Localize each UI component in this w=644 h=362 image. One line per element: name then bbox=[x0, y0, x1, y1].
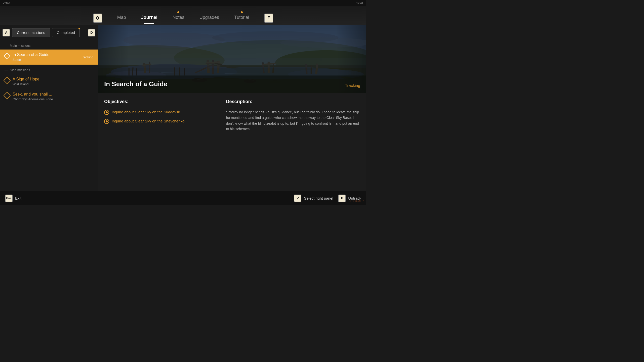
mission-info-seek-and-find: Seek, and you shall ... Chornobyl Anomal… bbox=[13, 92, 93, 101]
objective-icon-2 bbox=[104, 119, 109, 124]
svg-rect-17 bbox=[136, 68, 137, 75]
objective-icon-1 bbox=[104, 110, 109, 115]
exit-key[interactable]: Esc bbox=[5, 195, 13, 202]
tracking-overlay: Tracking bbox=[345, 83, 360, 88]
mission-title-sign-of-hope: A Sign of Hope bbox=[13, 77, 93, 81]
objective-item-1: Inquire about Clear Sky on the Skadovsk bbox=[104, 109, 216, 115]
mission-title-banner: In Search of a Guide bbox=[104, 80, 167, 88]
objectives-header: Objectives: bbox=[104, 99, 216, 104]
mission-title-seek-and-find: Seek, and you shall ... bbox=[13, 92, 93, 97]
objective-text-2: Inquire about Clear Sky on the Shevchenk… bbox=[112, 118, 184, 124]
description-col: Description: Shterev no longer needs Fau… bbox=[226, 99, 360, 132]
watermark: TESGAMER bbox=[348, 200, 364, 203]
bottom-bar: Esc Exit V Select right panel F Untrack bbox=[0, 191, 366, 205]
left-panel: A Current missions Completed D Main miss… bbox=[0, 25, 98, 191]
mission-icon-side-1 bbox=[4, 77, 11, 84]
nav-key-e[interactable]: E bbox=[264, 14, 273, 23]
top-nav-bar: Q Map Journal Notes Upgrades Tutorial E bbox=[0, 6, 366, 25]
section-main-missions: Main missions bbox=[0, 40, 98, 50]
section-side-missions: Side missions bbox=[0, 65, 98, 74]
nav-item-notes[interactable]: Notes bbox=[173, 15, 184, 21]
description-header: Description: bbox=[226, 99, 360, 104]
tracking-label-in-search: Tracking bbox=[81, 55, 93, 59]
select-right-panel-action: V Select right panel bbox=[294, 195, 333, 202]
tutorial-dot bbox=[241, 11, 243, 13]
nav-key-q[interactable]: Q bbox=[93, 14, 102, 23]
select-right-panel-label: Select right panel bbox=[304, 196, 333, 200]
nav-item-map[interactable]: Map bbox=[117, 15, 126, 21]
system-bar: Zaton 12:44 bbox=[0, 0, 366, 6]
mission-icon-active bbox=[4, 53, 11, 60]
mission-sub-sign-of-hope: Wild Island bbox=[13, 82, 93, 86]
completed-dot bbox=[78, 28, 80, 29]
exit-label: Exit bbox=[15, 196, 21, 200]
svg-rect-19 bbox=[179, 67, 180, 75]
nav-item-upgrades[interactable]: Upgrades bbox=[199, 15, 219, 21]
mission-item-in-search[interactable]: In Search of a Guide Zaton Tracking bbox=[0, 50, 98, 65]
right-panel: In Search of a Guide Tracking Objectives… bbox=[98, 25, 366, 191]
mission-info-sign-of-hope: A Sign of Hope Wild Island bbox=[13, 77, 93, 86]
description-text: Shterev no longer needs Faust's guidance… bbox=[226, 109, 360, 132]
tab-completed[interactable]: Completed bbox=[52, 28, 80, 37]
notes-dot bbox=[177, 11, 179, 13]
exit-action: Esc Exit bbox=[5, 195, 21, 202]
nav-item-journal[interactable]: Journal bbox=[141, 15, 157, 21]
select-right-panel-key[interactable]: V bbox=[294, 195, 301, 202]
nav-container: Q Map Journal Notes Upgrades Tutorial E bbox=[93, 9, 273, 23]
main-content: A Current missions Completed D Main miss… bbox=[0, 25, 366, 191]
mission-sub-seek-and-find: Chornobyl Anomalous Zone bbox=[13, 97, 93, 101]
tab-row: A Current missions Completed D bbox=[0, 25, 98, 40]
mission-icon-side-2 bbox=[4, 92, 11, 99]
nav-item-tutorial[interactable]: Tutorial bbox=[234, 15, 249, 21]
objectives-col: Objectives: Inquire about Clear Sky on t… bbox=[104, 99, 216, 132]
mission-item-seek-and-find[interactable]: Seek, and you shall ... Chornobyl Anomal… bbox=[0, 89, 98, 104]
tab-key-d[interactable]: D bbox=[88, 29, 95, 36]
system-time: 12:44 bbox=[356, 2, 363, 5]
objective-text-1: Inquire about Clear Sky on the Skadovsk bbox=[112, 109, 180, 115]
detail-area: Objectives: Inquire about Clear Sky on t… bbox=[98, 93, 366, 138]
objective-item-2: Inquire about Clear Sky on the Shevchenk… bbox=[104, 118, 216, 124]
tab-current-missions[interactable]: Current missions bbox=[12, 28, 50, 37]
svg-rect-45 bbox=[98, 58, 366, 68]
svg-point-49 bbox=[124, 32, 225, 48]
svg-rect-15 bbox=[129, 68, 130, 75]
mission-banner: In Search of a Guide Tracking bbox=[98, 25, 366, 93]
untrack-key[interactable]: F bbox=[338, 195, 346, 202]
mission-item-sign-of-hope[interactable]: A Sign of Hope Wild Island bbox=[0, 74, 98, 89]
app-name: Zaton bbox=[3, 2, 10, 5]
tab-key-a[interactable]: A bbox=[3, 29, 10, 36]
